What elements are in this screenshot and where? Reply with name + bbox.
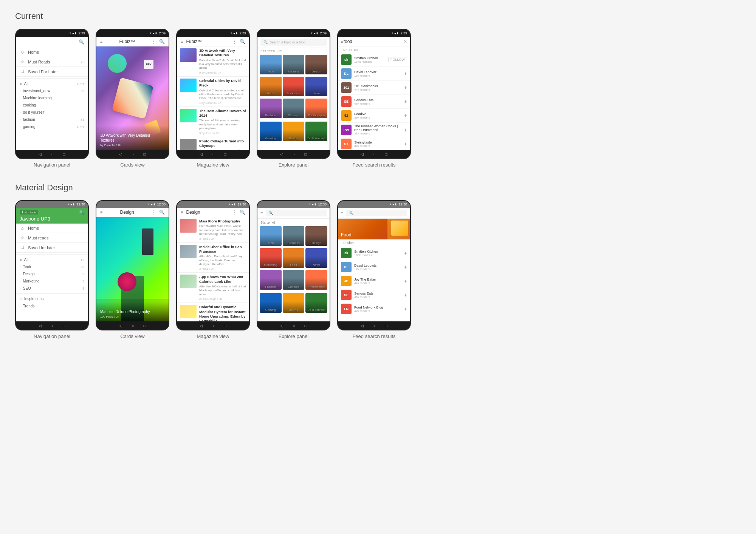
recents-btn[interactable]: □ — [63, 152, 65, 156]
nav-inspirations-md[interactable]: ◇ Inspirations — [16, 295, 88, 302]
nav-home-md[interactable]: ⌂ Home — [16, 224, 88, 233]
article-4[interactable]: Photo Collage Turned into Citymaps Japan… — [177, 137, 249, 150]
home-btn[interactable]: ○ — [373, 152, 375, 156]
explore-cell-baking-md[interactable]: Baking — [283, 293, 305, 313]
feed-md-search-bar[interactable]: 🔍 — [346, 210, 407, 216]
add-btn[interactable]: + — [404, 127, 407, 133]
menu-icon[interactable]: ≡ — [260, 211, 263, 215]
explore-cell-gaming-md[interactable]: Gaming — [260, 293, 282, 313]
explore-cell-marketing-md[interactable]: Marketing — [260, 248, 282, 268]
add-btn[interactable]: + — [404, 99, 407, 105]
article-md-3[interactable]: App Shows You What 200 Calories Look Lik… — [177, 273, 249, 303]
search-icon[interactable]: 🔍 — [240, 210, 245, 215]
article-md-2[interactable]: Inside Uber Office in San Francisco Afte… — [177, 243, 249, 273]
more-icon[interactable]: ⋮ — [152, 210, 156, 215]
explore-cell-business-md[interactable]: Business — [283, 226, 305, 246]
feed-site-smitten-md[interactable]: sk Smitten Kitchen 183k readers + — [338, 246, 410, 260]
back-btn[interactable]: ◁ — [119, 152, 122, 156]
add-btn[interactable]: + — [404, 264, 407, 270]
back-btn[interactable]: ◁ — [280, 152, 283, 156]
close-icon[interactable]: ✕ — [403, 39, 407, 44]
feed-site-serious[interactable]: SE Serious Eats 46k readers + — [338, 95, 410, 109]
nav-must-reads-md[interactable]: ☆ Must reads — [16, 233, 88, 243]
feed-site-serious-md[interactable]: SE Serious Eats 45k readers + — [338, 288, 410, 302]
back-btn[interactable]: ◁ — [361, 324, 364, 328]
home-btn[interactable]: ○ — [212, 324, 214, 328]
nav-must-reads[interactable]: ☆ Must Reads 72 — [16, 57, 88, 67]
add-btn[interactable]: + — [404, 85, 407, 91]
explore-search-bar[interactable]: 🔍 Search a topic or a blog — [260, 39, 327, 46]
home-btn[interactable]: ○ — [51, 152, 53, 156]
nav-cat-all[interactable]: ≡ All 499+ — [16, 80, 88, 87]
search-icon[interactable]: 🔍 — [159, 210, 165, 215]
feed-site-101[interactable]: 101 101 Cookbooks 44k readers + — [338, 81, 410, 95]
nav-trends-md[interactable]: › Trends — [16, 302, 88, 310]
more-icon[interactable]: ⋮ — [232, 39, 237, 44]
feed-site-david-md[interactable]: DL David Lebovitz 17k readers + — [338, 260, 410, 274]
add-btn[interactable]: + — [404, 306, 407, 312]
nav-cat-seo-md[interactable]: › SEO 5 — [16, 285, 88, 292]
add-btn[interactable]: + — [404, 292, 407, 298]
nav-cat-ml[interactable]: › Machine learning — [16, 94, 88, 102]
nav-saved-md[interactable]: ☐ Saved for later — [16, 243, 88, 253]
feed-site-pioneer[interactable]: PW The Pioneer Woman Cooks | Ree Drummon… — [338, 123, 410, 137]
nav-home[interactable]: ◇ Home — [16, 47, 88, 57]
explore-cell-tech[interactable]: Tech — [260, 55, 282, 74]
nav-cat-gaming[interactable]: › gaming 499+ — [16, 123, 88, 130]
explore-cell-design[interactable]: Design — [305, 55, 327, 74]
home-btn[interactable]: ○ — [373, 324, 375, 328]
home-btn[interactable]: ○ — [293, 152, 295, 156]
nav-cat-investment[interactable]: › investment_new 29 — [16, 87, 88, 94]
explore-cell-food[interactable]: Food — [260, 77, 282, 96]
recents-btn[interactable]: □ — [305, 324, 307, 328]
recents-btn[interactable]: □ — [144, 324, 146, 328]
explore-cell-news-md[interactable]: News — [305, 248, 327, 268]
menu-icon[interactable]: ≡ — [181, 39, 183, 44]
search-icon[interactable]: 🔍 — [79, 210, 84, 215]
nav-cat-tech-md[interactable]: › Tech 23 — [16, 263, 88, 270]
home-btn[interactable]: ○ — [212, 152, 214, 156]
article-3[interactable]: The Best Albums Covers of 2014 The end o… — [177, 107, 249, 137]
explore-cell-baking[interactable]: Baking — [283, 122, 305, 141]
explore-cell-food-md[interactable]: Food — [283, 248, 305, 268]
more-icon[interactable]: ⋮ — [152, 39, 156, 44]
back-btn[interactable]: ◁ — [361, 152, 364, 156]
add-btn[interactable]: + — [404, 113, 407, 119]
recents-btn[interactable]: □ — [224, 152, 226, 156]
feed-site-joy-md[interactable]: JB Joy The Baker 44k readers + — [338, 274, 410, 288]
recents-btn[interactable]: □ — [385, 324, 387, 328]
back-btn[interactable]: ◁ — [119, 324, 122, 328]
article-2[interactable]: Celestial Cities by David Fleck Celestia… — [177, 77, 249, 107]
explore-cell-photography[interactable]: Photography — [305, 99, 327, 118]
menu-icon[interactable]: ≡ — [341, 211, 343, 215]
add-btn[interactable]: + — [404, 141, 407, 147]
menu-icon[interactable]: ≡ — [100, 39, 102, 44]
menu-icon[interactable]: ≡ — [181, 210, 183, 215]
nav-cat-marketing-md[interactable]: › Marketing 3 — [16, 278, 88, 285]
menu-icon[interactable]: ≡ — [100, 210, 102, 215]
search-icon[interactable]: 🔍 — [240, 39, 245, 44]
back-btn[interactable]: ◁ — [200, 324, 203, 328]
article-md-1[interactable]: Maia Flore Photography French artist Mai… — [177, 217, 249, 243]
feed-site-food52[interactable]: 52 Food52 39k readers + — [338, 109, 410, 123]
add-btn[interactable]: + — [404, 250, 407, 256]
nav-cat-all-md[interactable]: ≡ All 12 — [16, 256, 88, 263]
explore-cell-photo-md[interactable]: Photography — [305, 270, 327, 290]
back-btn[interactable]: ◁ — [39, 152, 42, 156]
explore-cell-startups[interactable]: Startups — [283, 99, 305, 118]
more-icon[interactable]: ⋮ — [232, 210, 237, 215]
explore-cell-diy-md[interactable]: Do It Yourself — [305, 293, 327, 313]
back-btn[interactable]: ◁ — [200, 152, 203, 156]
recents-btn[interactable]: □ — [305, 152, 307, 156]
add-btn[interactable]: + — [404, 278, 407, 284]
explore-cell-fashion-md[interactable]: Fashion — [260, 270, 282, 290]
feed-site-foodnetwork-md[interactable]: FN Food Network Blog 42k readers + — [338, 302, 410, 316]
explore-cell-marketing[interactable]: Marketing — [283, 77, 305, 96]
search-icon[interactable]: 🔍 — [79, 39, 84, 45]
explore-cell-design-md[interactable]: Design — [305, 226, 327, 246]
nav-cat-cooking[interactable]: › cooking — [16, 102, 88, 109]
feed-site-smitten[interactable]: sk Smitten Kitchen 184k readers FOLLOW — [338, 53, 410, 67]
back-btn[interactable]: ◁ — [39, 324, 42, 328]
nav-cat-fashion[interactable]: › fashion 31 — [16, 116, 88, 123]
follow-btn[interactable]: FOLLOW — [388, 57, 407, 62]
